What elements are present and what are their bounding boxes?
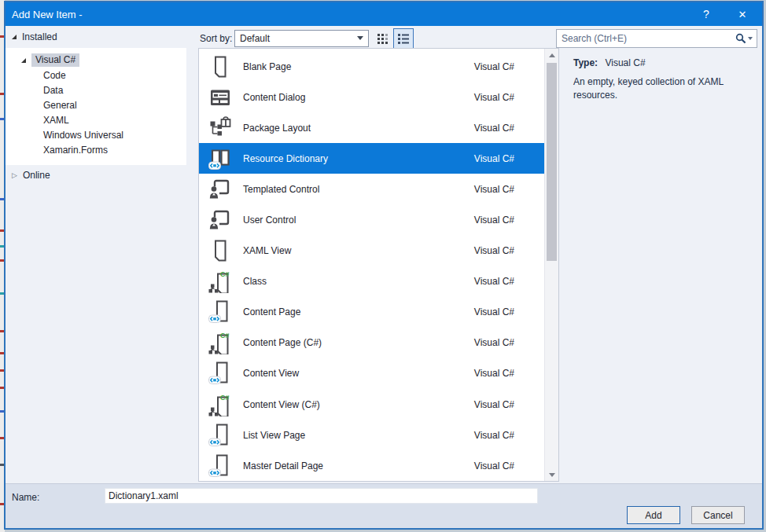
template-list-item[interactable]: C# ClassVisual C# [199, 266, 544, 297]
template-name: Content Page (C#) [243, 337, 474, 348]
scroll-up-button[interactable] [545, 49, 558, 61]
template-list-item[interactable]: Resource DictionaryVisual C# [199, 143, 544, 174]
tree-node-label: Visual C# [31, 53, 79, 67]
tree-node-xaml[interactable]: XAML [6, 112, 186, 127]
template-list-panel: Blank PageVisual C# Content DialogVisual… [198, 48, 559, 482]
user-control-icon [208, 208, 232, 232]
dialog-title: Add New Item - [12, 9, 83, 20]
template-list-item[interactable]: C# Content Page (C#)Visual C# [199, 328, 544, 358]
tree-node-general[interactable]: General [6, 97, 186, 112]
class-cs-icon: C# [208, 393, 232, 416]
expanded-triangle-icon [21, 58, 26, 63]
templated-control-icon [208, 178, 232, 201]
expanded-triangle-icon [12, 35, 17, 39]
template-language: Visual C# [474, 153, 514, 164]
svg-text:C#: C# [220, 394, 230, 402]
template-language: Visual C# [474, 245, 514, 256]
template-list-item[interactable]: Master Detail PageVisual C# [199, 450, 544, 481]
tree-node-label: Code [6, 70, 66, 81]
page-icon [208, 239, 232, 262]
type-value: Visual C# [605, 57, 645, 68]
triangle-down-icon [549, 473, 555, 477]
page-icon [208, 55, 232, 79]
installed-label: Installed [22, 31, 57, 42]
scrollbar-thumb[interactable] [547, 63, 557, 261]
template-list-item[interactable]: XAML ViewVisual C# [199, 236, 544, 266]
tree-node-label: Xamarin.Forms [6, 145, 108, 156]
template-name: User Control [243, 215, 474, 226]
template-language: Visual C# [474, 184, 514, 195]
online-label: Online [23, 170, 50, 181]
template-list-item[interactable]: Templated ControlVisual C# [199, 174, 544, 204]
template-list-item[interactable]: Content ViewVisual C# [199, 358, 544, 389]
page-xaml-icon [208, 300, 232, 324]
template-language: Visual C# [474, 61, 514, 72]
bottom-bar: Name: Add Cancel [6, 483, 762, 528]
dialog-icon [208, 86, 232, 109]
tree-node-label: XAML [6, 115, 69, 126]
page-xaml-icon [208, 424, 232, 447]
template-list-item[interactable]: Package LayoutVisual C# [199, 112, 544, 143]
add-new-item-dialog: Add New Item - ? ✕ Installed Sort by: De… [4, 1, 764, 530]
tree-node-label: Data [6, 85, 63, 96]
titlebar[interactable]: Add New Item - ? ✕ [6, 2, 762, 26]
template-language: Visual C# [474, 123, 514, 134]
tree-children: CodeDataGeneralXAMLWindows UniversalXama… [6, 68, 186, 157]
class-cs-icon: C# [208, 270, 232, 293]
template-list: Blank PageVisual C# Content DialogVisual… [199, 49, 544, 481]
template-list-item[interactable]: Blank PageVisual C# [199, 51, 544, 82]
template-list-item[interactable]: List View PageVisual C# [199, 420, 544, 450]
tree-node-code[interactable]: Code [6, 68, 186, 83]
name-input[interactable] [105, 488, 538, 504]
vertical-scrollbar[interactable] [544, 49, 558, 481]
search-input[interactable] [557, 31, 735, 46]
scroll-down-button[interactable] [545, 468, 558, 481]
triangle-up-icon [549, 53, 555, 57]
add-button[interactable]: Add [627, 506, 680, 524]
tree-node-visual-csharp[interactable]: Visual C# [6, 53, 186, 68]
online-group-header[interactable]: ▷ Online [12, 170, 50, 181]
template-name: Blank Page [243, 61, 474, 72]
list-view-icon [396, 31, 411, 46]
template-language: Visual C# [474, 460, 514, 471]
template-language: Visual C# [474, 276, 514, 287]
installed-group-header[interactable]: Installed [12, 31, 57, 42]
template-name: Templated Control [243, 184, 474, 195]
type-label: Type: [573, 57, 598, 68]
tree-node-label: Windows Universal [6, 130, 123, 141]
template-name: Content Dialog [243, 92, 474, 103]
template-description: An empty, keyed collection of XAML resou… [573, 75, 760, 102]
tree-node-label: General [6, 100, 77, 111]
template-language: Visual C# [474, 430, 514, 441]
tree-node-data[interactable]: Data [6, 83, 186, 97]
grid-view-icon [377, 33, 389, 46]
template-language: Visual C# [474, 399, 514, 410]
search-button[interactable] [735, 33, 757, 44]
name-label: Name: [12, 492, 39, 503]
svg-text:C#: C# [220, 270, 230, 278]
template-list-item[interactable]: User ControlVisual C# [199, 204, 544, 235]
template-type-row: Type: Visual C# [573, 57, 646, 68]
template-language: Visual C# [474, 215, 514, 226]
class-cs-icon: C# [208, 331, 232, 354]
template-language: Visual C# [474, 306, 514, 317]
installed-templates-tree: Visual C# CodeDataGeneralXAMLWindows Uni… [6, 48, 186, 165]
template-list-item[interactable]: Content PageVisual C# [199, 297, 544, 328]
template-name: Class [243, 276, 474, 287]
template-name: Content View [243, 368, 474, 379]
template-list-item[interactable]: C# Content View (C#)Visual C# [199, 389, 544, 420]
template-name: Package Layout [243, 123, 474, 134]
sort-by-dropdown[interactable]: Default [234, 30, 369, 47]
template-name: Content Page [243, 306, 474, 317]
close-icon[interactable]: ✕ [726, 2, 759, 26]
cancel-button[interactable]: Cancel [691, 506, 745, 524]
list-view-button[interactable] [393, 28, 414, 49]
template-list-item[interactable]: Content DialogVisual C# [199, 82, 544, 112]
tree-node-windows-universal[interactable]: Windows Universal [6, 127, 186, 142]
tree-node-xamarin-forms[interactable]: Xamarin.Forms [6, 142, 186, 157]
medium-icons-view-button[interactable] [375, 31, 391, 47]
template-language: Visual C# [474, 368, 514, 379]
help-icon[interactable]: ? [690, 2, 723, 26]
chevron-down-icon [748, 37, 753, 40]
template-name: XAML View [243, 245, 474, 256]
